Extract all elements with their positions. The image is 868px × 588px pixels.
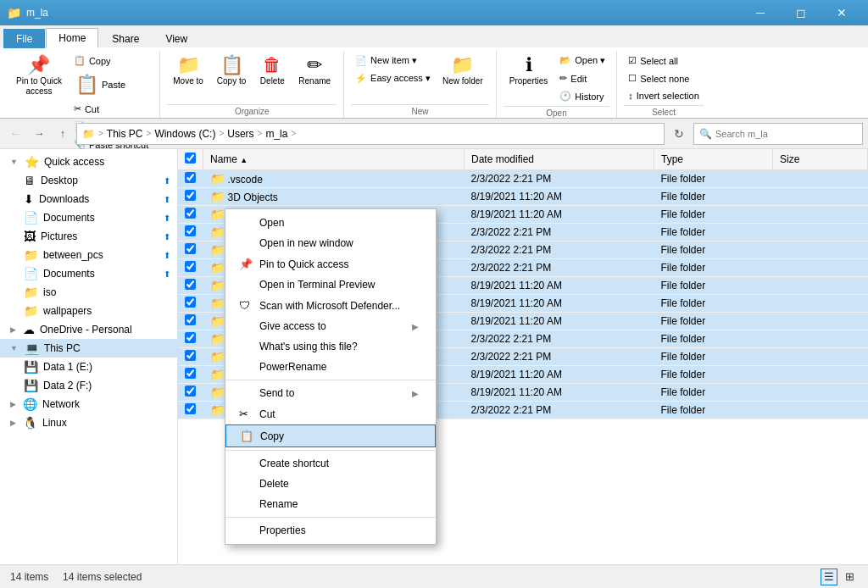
ctx-cut[interactable]: ✂ Cut xyxy=(225,403,436,424)
row-checkbox[interactable] xyxy=(185,314,196,325)
table-row[interactable]: 📁.vscode 2/3/2022 2:21 PM File folder xyxy=(178,170,868,188)
row-checkbox[interactable] xyxy=(185,190,196,201)
ctx-create-shortcut[interactable]: Create shortcut xyxy=(225,453,436,474)
ctx-pin-icon: 📌 xyxy=(239,258,253,270)
history-button[interactable]: 🕐 History xyxy=(555,88,609,104)
sidebar-item-quick-access[interactable]: ▼ ⭐ Quick access xyxy=(0,153,177,171)
edit-button[interactable]: ✏ Edit xyxy=(555,70,609,86)
easy-access-button[interactable]: ⚡ Easy access ▾ xyxy=(351,70,435,86)
select-none-button[interactable]: ☐ Select none xyxy=(624,70,703,86)
row-checkbox[interactable] xyxy=(185,225,196,236)
sidebar-item-between-pcs[interactable]: 📁 between_pcs ⬆ xyxy=(0,246,177,264)
sidebar-item-linux[interactable]: ▶ 🐧 Linux xyxy=(0,413,177,432)
file-size xyxy=(773,277,868,295)
search-input[interactable] xyxy=(715,129,857,139)
select-all-button[interactable]: ☑ Select all xyxy=(624,53,703,69)
sidebar-item-documents2[interactable]: 📄 Documents ⬆ xyxy=(0,264,177,283)
ctx-copy[interactable]: 📋 Copy xyxy=(225,424,436,447)
sidebar-item-data2[interactable]: 💾 Data 2 (F:) xyxy=(0,376,177,395)
linux-icon: 🐧 xyxy=(23,416,37,430)
ctx-whats-using[interactable]: What's using this file? xyxy=(225,336,436,357)
tab-file[interactable]: File xyxy=(3,29,45,48)
ctx-powerrename[interactable]: PowerRename xyxy=(225,357,436,377)
sidebar-item-wallpapers[interactable]: 📁 wallpapers xyxy=(0,302,177,320)
table-row[interactable]: 📁3D Objects 8/19/2021 11:20 AM File fold… xyxy=(178,188,868,206)
header-check[interactable] xyxy=(178,149,203,170)
crumb-users[interactable]: Users xyxy=(227,128,253,140)
up-button[interactable]: ↑ xyxy=(53,124,73,144)
row-checkbox[interactable] xyxy=(185,386,196,397)
address-path[interactable]: 📁 > This PC > Windows (C:) > Users > m_l… xyxy=(76,123,665,145)
restore-button[interactable]: ◻ xyxy=(782,0,821,25)
row-checkbox[interactable] xyxy=(185,368,196,379)
sidebar-item-desktop[interactable]: 🖥 Desktop ⬆ xyxy=(0,171,177,190)
sidebar-item-documents[interactable]: 📄 Documents ⬆ xyxy=(0,208,177,227)
ctx-open[interactable]: Open xyxy=(225,213,436,233)
ctx-properties[interactable]: Properties xyxy=(225,520,436,541)
row-checkbox[interactable] xyxy=(185,172,196,183)
copy-to-button[interactable]: 📋 Copy to xyxy=(211,53,252,89)
move-to-button[interactable]: 📁 Move to xyxy=(167,53,209,89)
tab-home[interactable]: Home xyxy=(46,28,98,48)
copy-icon: 📋 xyxy=(74,55,86,66)
new-item-button[interactable]: 📄 New item ▾ xyxy=(351,53,435,69)
forward-button[interactable]: → xyxy=(29,124,49,144)
file-size xyxy=(773,384,868,402)
row-checkbox[interactable] xyxy=(185,261,196,272)
header-name[interactable]: Name ▲ xyxy=(203,149,465,170)
tab-share[interactable]: Share xyxy=(99,29,152,48)
row-checkbox[interactable] xyxy=(185,208,196,219)
row-checkbox[interactable] xyxy=(185,332,196,343)
ctx-rename[interactable]: Rename xyxy=(225,494,436,514)
header-date[interactable]: Date modified xyxy=(465,149,654,170)
new-folder-button[interactable]: 📁 New folder xyxy=(437,53,489,89)
row-checkbox[interactable] xyxy=(185,297,196,308)
sidebar-item-onedrive[interactable]: ▶ ☁ OneDrive - Personal xyxy=(0,320,177,339)
cut-button[interactable]: ✂ Cut xyxy=(70,101,153,117)
paste-button[interactable]: 📋 Paste xyxy=(70,70,153,99)
sidebar-item-downloads[interactable]: ⬇ Downloads ⬆ xyxy=(0,190,177,208)
row-checkbox[interactable] xyxy=(185,279,196,290)
crumb-thispc[interactable]: This PC xyxy=(107,128,143,140)
sidebar-item-pictures[interactable]: 🖼 Pictures ⬆ xyxy=(0,227,177,246)
back-button[interactable]: ← xyxy=(5,124,25,144)
header-size[interactable]: Size xyxy=(773,149,868,170)
row-checkbox[interactable] xyxy=(185,243,196,254)
sidebar-item-thispc[interactable]: ▼ 💻 This PC xyxy=(0,339,177,358)
ctx-give-access[interactable]: Give access to ▶ xyxy=(225,316,436,336)
ctx-pin-quick[interactable]: 📌 Pin to Quick access xyxy=(225,253,436,275)
pin-quick-access-button[interactable]: 📌 Pin to Quickaccess xyxy=(10,53,68,100)
refresh-button[interactable]: ↻ xyxy=(668,123,690,145)
invert-selection-button[interactable]: ↕ Invert selection xyxy=(624,88,703,103)
tab-view[interactable]: View xyxy=(153,29,200,48)
ctx-open-new-window[interactable]: Open in new window xyxy=(225,233,436,253)
sidebar-item-data1[interactable]: 💾 Data 1 (E:) xyxy=(0,358,177,376)
row-checkbox[interactable] xyxy=(185,350,196,361)
folder-icon: 📁 xyxy=(210,386,225,399)
select-all-checkbox[interactable] xyxy=(185,153,196,164)
file-size xyxy=(773,224,868,241)
thispc-icon: 💻 xyxy=(25,341,39,355)
copy-button[interactable]: 📋 Copy xyxy=(70,53,153,69)
large-icons-button[interactable]: ⊞ xyxy=(841,569,858,585)
row-checkbox[interactable] xyxy=(185,403,196,414)
ctx-scan[interactable]: 🛡 Scan with Microsoft Defender... xyxy=(225,295,436,316)
header-type[interactable]: Type xyxy=(654,149,773,170)
rename-button[interactable]: ✏ Rename xyxy=(292,53,337,89)
ctx-send-to[interactable]: Send to ▶ xyxy=(225,383,436,403)
open-button[interactable]: 📂 Open ▾ xyxy=(555,53,609,69)
open-items: ℹ Properties 📂 Open ▾ ✏ Edit 🕐 History xyxy=(504,53,610,104)
sidebar-item-network[interactable]: ▶ 🌐 Network xyxy=(0,395,177,413)
documents2-label: Documents xyxy=(43,268,95,280)
minimize-button[interactable]: ─ xyxy=(741,0,780,25)
ctx-open-terminal[interactable]: Open in Terminal Preview xyxy=(225,275,436,295)
crumb-mla[interactable]: m_la xyxy=(265,128,287,140)
properties-button[interactable]: ℹ Properties xyxy=(504,53,554,89)
desktop-label: Desktop xyxy=(41,175,78,186)
sidebar-item-iso[interactable]: 📁 iso xyxy=(0,283,177,302)
ctx-delete[interactable]: Delete xyxy=(225,474,436,494)
delete-button[interactable]: 🗑 Delete xyxy=(253,53,291,89)
details-view-button[interactable]: ☰ xyxy=(821,569,837,585)
crumb-windows[interactable]: Windows (C:) xyxy=(154,128,215,140)
close-button[interactable]: ✕ xyxy=(822,0,861,25)
